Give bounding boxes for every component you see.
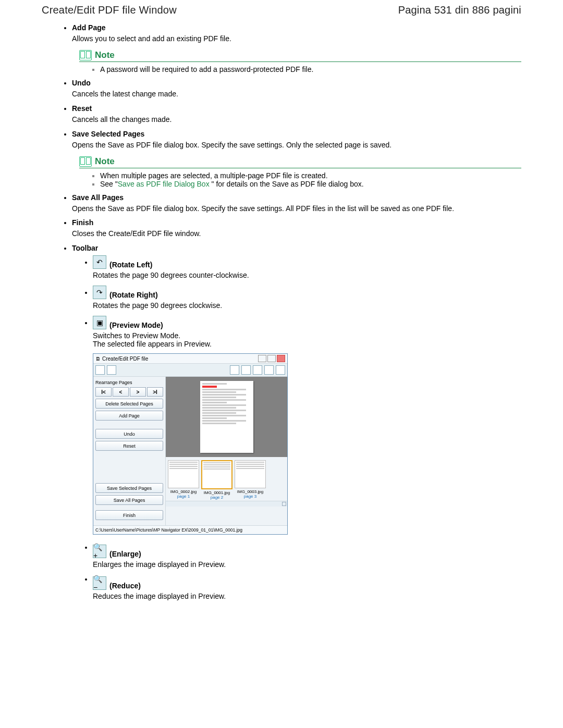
ss-nav-prev: < xyxy=(113,387,129,397)
page-number: Pagina 531 din 886 pagini xyxy=(398,4,521,16)
heading-save-all: Save All Pages xyxy=(72,193,521,202)
ss-delete-button: Delete Selected Pages xyxy=(95,399,163,409)
ss-undo-button: Undo xyxy=(95,429,163,439)
reduce-title: (Reduce) xyxy=(109,582,141,590)
ss-rotate-left-icon xyxy=(95,365,105,375)
heading-undo: Undo xyxy=(72,79,521,87)
page-title: Create/Edit PDF file Window xyxy=(42,4,177,16)
rotate-left-title: (Rotate Left) xyxy=(109,261,152,269)
desc-reset: Cancels all the changes made. xyxy=(72,115,521,125)
ss-thumb-1: IMG_0002.jpg page 1 xyxy=(168,460,199,500)
window-controls xyxy=(258,355,285,362)
desc-undo: Cancels the latest change made. xyxy=(72,89,521,99)
heading-finish: Finish xyxy=(72,218,521,227)
note1-line1: A password will be required to add a pas… xyxy=(100,65,521,73)
heading-add-page: Add Page xyxy=(72,23,521,32)
ss-thumb-1-file: IMG_0002.jpg xyxy=(168,489,199,494)
ss-scrollbar xyxy=(166,501,287,507)
note-icon xyxy=(79,156,92,167)
preview-mode-icon: ▣ xyxy=(93,316,106,329)
note2-prefix: See " xyxy=(100,180,118,188)
window-icon: 🗎 xyxy=(95,356,101,362)
heading-reset: Reset xyxy=(72,104,521,113)
ss-thumb-2-selected: IMG_0001.jpg page 2 xyxy=(201,460,232,500)
reduce-icon: 🔍− xyxy=(93,576,106,590)
ss-thumb-3-page: page 3 xyxy=(235,494,266,499)
ss-thumb-1-page: page 1 xyxy=(168,494,199,499)
ss-save-all-button: Save All Pages xyxy=(95,495,163,505)
ss-nav-last: >I xyxy=(147,387,163,397)
note-box-2: Note When multiple pages are selected, a… xyxy=(79,156,521,188)
desc-save-all: Opens the Save as PDF file dialog box. S… xyxy=(72,204,521,214)
ss-preview-icon xyxy=(253,365,262,375)
ss-reset-button: Reset xyxy=(95,441,163,451)
reduce-desc: Reduces the image displayed in Preview. xyxy=(93,592,521,600)
ss-add-button: Add Page xyxy=(95,411,163,421)
heading-toolbar: Toolbar xyxy=(72,244,521,252)
ss-thumb-3: IMG_0003.jpg page 3 xyxy=(235,460,266,500)
note-heading: Note xyxy=(95,50,115,60)
screenshot-create-edit-pdf: 🗎 Create/Edit PDF file Rearrange Pages xyxy=(93,353,288,535)
ss-save-selected-button: Save Selected Pages xyxy=(95,483,163,493)
note2-line1: When multiple pages are selected, a mult… xyxy=(100,171,521,180)
ss-nav-next: > xyxy=(130,387,146,397)
enlarge-desc: Enlarges the image displayed in Preview. xyxy=(93,560,521,569)
ss-thumb-2-file: IMG_0001.jpg xyxy=(201,490,232,495)
note-heading: Note xyxy=(95,156,115,167)
enlarge-title: (Enlarge) xyxy=(109,550,141,558)
ss-nav-first: I< xyxy=(95,387,112,397)
ss-preview-area xyxy=(166,377,287,457)
rotate-right-desc: Rotates the page 90 degrees clockwise. xyxy=(93,301,521,310)
note2-line2: See "Save as PDF file Dialog Box " for d… xyxy=(100,180,521,188)
desc-finish: Closes the Create/Edit PDF file window. xyxy=(72,229,521,239)
ss-finish-button: Finish xyxy=(95,510,163,520)
heading-save-selected: Save Selected Pages xyxy=(72,130,521,138)
preview-mode-desc1: Switches to Preview Mode. xyxy=(93,331,521,340)
ss-thumb-2-page: page 2 xyxy=(201,495,232,500)
desc-save-selected: Opens the Save as PDF file dialog box. S… xyxy=(72,140,521,150)
ss-thumbnails: IMG_0002.jpg page 1 IMG_0001.jpg page 2 xyxy=(166,457,287,501)
ss-zoom-in-icon xyxy=(230,365,239,375)
ss-thumb-icon xyxy=(264,365,274,375)
note-icon xyxy=(79,50,92,60)
ss-rearrange-label: Rearrange Pages xyxy=(95,380,163,385)
preview-mode-desc2: The selected file appears in Preview. xyxy=(93,340,521,348)
ss-rotate-right-icon xyxy=(107,365,116,375)
ss-other-icon xyxy=(276,365,285,375)
ss-path: C:\Users\UserName\Pictures\MP Navigator … xyxy=(93,525,287,534)
preview-mode-title: (Preview Mode) xyxy=(109,321,163,329)
note2-suffix: " for details on the Save as PDF file di… xyxy=(212,180,364,188)
rotate-left-icon: ↶ xyxy=(93,255,106,269)
note-box-1: Note A password will be required to add … xyxy=(79,50,521,73)
save-as-pdf-dialog-link[interactable]: Save as PDF file Dialog Box xyxy=(118,180,212,188)
enlarge-icon: 🔍+ xyxy=(93,545,106,558)
ss-zoom-out-icon xyxy=(241,365,251,375)
rotate-left-desc: Rotates the page 90 degrees counter-cloc… xyxy=(93,271,521,279)
rotate-right-icon: ↷ xyxy=(93,286,106,299)
rotate-right-title: (Rotate Right) xyxy=(109,291,158,299)
window-title: Create/Edit PDF file xyxy=(102,356,148,362)
desc-add-page: Allows you to select and add an existing… xyxy=(72,34,521,44)
ss-thumb-3-file: IMG_0003.jpg xyxy=(235,489,266,494)
